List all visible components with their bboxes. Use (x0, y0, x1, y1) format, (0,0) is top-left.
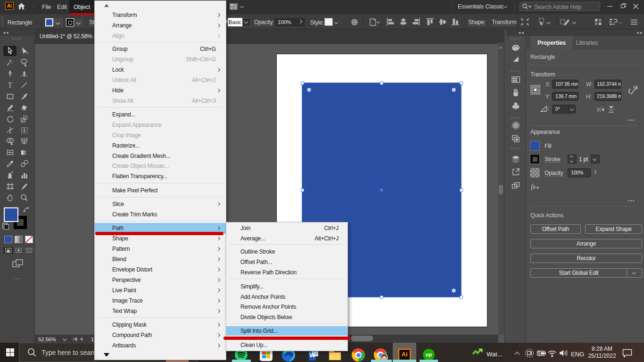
svg-text:T: T (8, 81, 13, 89)
